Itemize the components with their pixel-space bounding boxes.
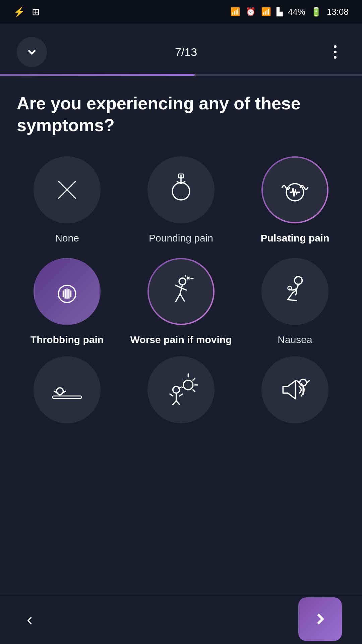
alarm-icon: ⏰ (246, 7, 256, 16)
symptom-motion-circle (34, 356, 101, 423)
svg-rect-28 (53, 396, 81, 398)
progress-label: 7/13 (175, 46, 197, 59)
svg-point-2 (172, 183, 189, 200)
symptom-pulsating-label: Pulsating pain (260, 231, 329, 245)
svg-line-41 (173, 401, 176, 405)
motion-sensitivity-icon (50, 373, 84, 407)
walking-pain-icon (164, 275, 198, 308)
status-right-info: 📶 ⏰ 📶 ▙ 44% 🔋 13:08 (230, 7, 349, 17)
dot-1 (334, 45, 337, 48)
symptom-sound-circle (261, 356, 328, 423)
svg-line-17 (181, 288, 186, 290)
symptom-nausea-circle (261, 258, 328, 325)
svg-point-44 (300, 379, 306, 386)
svg-line-45 (297, 381, 299, 383)
progress-bar-fill (0, 74, 195, 76)
signal-bars: ▙ (277, 7, 283, 16)
header: 7/13 (0, 23, 362, 74)
symptom-pounding-label: Pounding pain (149, 231, 213, 245)
svg-line-15 (180, 285, 182, 294)
svg-point-24 (295, 277, 302, 284)
status-bar: ⚡ ⊞ 📶 ⏰ 📶 ▙ 44% 🔋 13:08 (0, 0, 362, 23)
svg-point-33 (183, 380, 193, 390)
next-button[interactable] (298, 597, 342, 641)
wifi-icon: 📶 (261, 7, 271, 16)
status-left-icons: ⚡ ⊞ (13, 6, 40, 17)
clock-time: 13:08 (327, 7, 349, 17)
svg-line-46 (307, 381, 309, 383)
battery-icon: 🔋 (311, 7, 321, 17)
throbbing-head-icon (50, 275, 84, 308)
question-section: Are you experiencing any of these sympto… (0, 93, 362, 136)
symptom-sound-sensitivity[interactable] (241, 356, 349, 423)
symptom-worse-moving[interactable]: Worse pain if moving (127, 258, 235, 346)
symptom-pounding-circle (147, 156, 215, 223)
symptom-pulsating-circle (261, 156, 328, 223)
battery-percent: 44% (288, 7, 305, 17)
symptom-nausea[interactable]: Nausea (241, 258, 349, 346)
next-arrow-icon (311, 610, 329, 628)
symptom-throbbing-label: Throbbing pain (31, 333, 104, 346)
symptom-none-label: None (55, 231, 79, 245)
svg-line-26 (288, 300, 297, 301)
symptom-light-sensitivity[interactable] (127, 356, 235, 423)
prev-button[interactable]: ‹ (20, 603, 39, 636)
sim-icon: 📶 (230, 7, 240, 16)
symptoms-partial-row (0, 356, 362, 423)
symptom-motion-sensitivity[interactable] (13, 356, 121, 423)
light-sensitivity-icon (164, 373, 198, 407)
symptom-worse-moving-label: Worse pain if moving (130, 333, 232, 346)
question-text: Are you experiencing any of these sympto… (17, 93, 345, 136)
symptoms-grid: None Pounding pain (0, 156, 362, 346)
instagram-icon: ⊞ (32, 6, 40, 17)
back-button[interactable] (17, 37, 47, 67)
bottom-navigation: ‹ (0, 594, 362, 644)
svg-point-14 (179, 278, 186, 285)
svg-marker-43 (283, 381, 295, 399)
svg-line-37 (193, 390, 195, 392)
more-options-button[interactable] (325, 42, 345, 62)
symptom-pulsating[interactable]: Pulsating pain (241, 156, 349, 245)
dot-3 (334, 56, 337, 59)
svg-point-38 (173, 386, 180, 393)
symptom-worse-moving-circle (147, 258, 215, 325)
svg-line-42 (176, 401, 180, 405)
x-cross-icon (50, 173, 84, 207)
svg-line-16 (176, 285, 181, 288)
svg-line-40 (180, 394, 183, 396)
dot-2 (334, 51, 337, 53)
symptom-none[interactable]: None (13, 156, 121, 245)
progress-bar (0, 74, 362, 76)
pulsating-head-icon (278, 173, 312, 207)
pounding-head-icon (164, 173, 198, 207)
symptom-none-circle (34, 156, 101, 223)
svg-line-18 (176, 294, 180, 302)
symptom-pounding[interactable]: Pounding pain (127, 156, 235, 245)
svg-line-36 (193, 378, 195, 380)
symptom-throbbing-circle (34, 258, 101, 325)
symptom-light-circle (147, 356, 215, 423)
svg-line-25 (288, 293, 293, 300)
lightning-icon: ⚡ (13, 6, 25, 17)
symptom-throbbing[interactable]: Throbbing pain (13, 258, 121, 346)
sound-sensitivity-icon (278, 373, 312, 407)
symptom-nausea-label: Nausea (278, 333, 312, 346)
nausea-figure-icon (278, 275, 312, 308)
svg-line-19 (180, 294, 184, 301)
svg-line-39 (170, 394, 173, 396)
